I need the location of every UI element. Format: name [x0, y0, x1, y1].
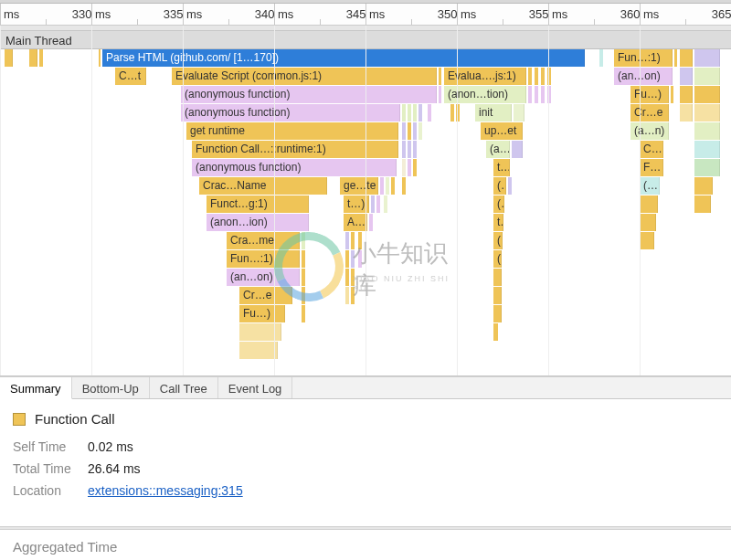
flame-bar[interactable] — [408, 104, 411, 122]
flame-bar[interactable] — [413, 141, 417, 158]
flame-bar[interactable] — [674, 49, 677, 67]
flame-bar[interactable] — [402, 159, 406, 176]
flame-bar[interactable]: Crac…Name — [199, 177, 327, 195]
flame-bar[interactable] — [439, 68, 441, 85]
flame-bar[interactable]: Evaluate Script (common.js:1) — [172, 68, 437, 85]
tab-call-tree[interactable]: Call Tree — [150, 377, 218, 398]
flame-bar[interactable] — [418, 122, 422, 140]
flame-bar[interactable]: init — [475, 104, 512, 122]
flame-bar[interactable] — [680, 86, 693, 103]
flame-bar[interactable] — [680, 68, 693, 85]
flame-bar[interactable] — [351, 250, 355, 268]
flame-bar[interactable] — [5, 49, 13, 67]
flame-bar[interactable] — [640, 232, 654, 249]
flame-bar[interactable] — [39, 49, 43, 67]
flame-bar[interactable] — [528, 68, 532, 85]
flame-bar[interactable] — [376, 195, 380, 213]
flame-bar[interactable]: Cr…e — [239, 287, 292, 304]
flame-bar[interactable]: (… — [493, 195, 504, 213]
location-link[interactable]: extensions::messaging:315 — [88, 483, 243, 498]
flame-bar[interactable]: C… — [640, 141, 663, 158]
flame-bar[interactable] — [402, 122, 406, 140]
flame-bar[interactable] — [428, 104, 431, 122]
flame-bar[interactable] — [408, 141, 411, 158]
flame-bar[interactable] — [302, 250, 305, 268]
flame-bar[interactable] — [239, 323, 281, 341]
flame-bar[interactable] — [302, 305, 305, 322]
flame-bar[interactable]: Fun…:1) — [614, 49, 673, 67]
flame-bar[interactable] — [351, 232, 355, 249]
flame-bar[interactable]: t… — [493, 159, 510, 176]
flame-bar[interactable] — [599, 49, 603, 67]
flame-bar[interactable]: (… — [493, 232, 503, 249]
flame-bar[interactable]: (… — [640, 177, 660, 195]
flame-bar[interactable] — [239, 342, 278, 359]
flame-bar[interactable] — [402, 104, 406, 122]
timeline-ruler[interactable]: 325 ms330 ms335 ms340 ms345 ms350 ms355 … — [0, 4, 731, 26]
tab-summary[interactable]: Summary — [0, 377, 72, 399]
flame-bar[interactable] — [512, 141, 523, 158]
flame-bar[interactable] — [302, 232, 305, 249]
flame-bar[interactable]: Fun…:1) — [227, 250, 300, 268]
flame-bar[interactable] — [671, 86, 673, 103]
flame-bar[interactable] — [640, 214, 656, 231]
flame-bar[interactable] — [413, 104, 417, 122]
flame-bar[interactable]: (anonymous function) — [181, 86, 437, 103]
flame-bar[interactable] — [302, 287, 305, 304]
flame-bar[interactable] — [694, 104, 720, 122]
flame-bar[interactable]: (a…) — [486, 141, 510, 158]
flame-bar[interactable]: (an…on) — [614, 68, 673, 85]
flame-bar[interactable] — [391, 177, 395, 195]
flame-bar[interactable] — [680, 104, 693, 122]
flame-bar[interactable] — [402, 177, 406, 195]
flame-bar[interactable] — [694, 122, 720, 140]
flame-bar[interactable] — [450, 104, 454, 122]
flame-bar[interactable] — [99, 49, 101, 67]
flame-bar[interactable]: (… — [493, 177, 506, 195]
flame-bar[interactable] — [514, 104, 524, 122]
flame-bar[interactable] — [29, 49, 37, 67]
flame-bar[interactable] — [345, 232, 349, 249]
flame-bar[interactable]: get runtime — [186, 122, 398, 140]
flame-bar[interactable] — [528, 86, 532, 103]
flame-bar[interactable] — [345, 269, 349, 286]
flame-bar[interactable] — [508, 177, 512, 195]
flame-bar[interactable] — [541, 86, 545, 103]
flame-bar[interactable] — [535, 86, 538, 103]
flame-bar[interactable] — [541, 68, 545, 85]
flame-bar[interactable] — [694, 159, 720, 176]
flame-bar[interactable] — [694, 49, 720, 67]
flame-bar[interactable] — [358, 232, 362, 249]
flame-bar[interactable] — [408, 122, 411, 140]
flame-bar[interactable]: ge…te — [340, 177, 378, 195]
flame-bar[interactable] — [418, 104, 422, 122]
flame-bar[interactable]: Cra…me — [227, 232, 300, 249]
flame-bar[interactable] — [493, 323, 498, 341]
flame-bar[interactable] — [380, 177, 384, 195]
flame-bar[interactable] — [371, 195, 375, 213]
flame-bar[interactable] — [369, 214, 373, 231]
flame-bar[interactable] — [694, 141, 720, 158]
flame-bar[interactable]: Parse HTML (github.com/ [1…170]) — [102, 49, 585, 67]
flame-bar[interactable] — [345, 287, 349, 304]
flame-bar[interactable]: up…et — [481, 122, 523, 140]
flame-bar[interactable]: Fu…) — [630, 86, 669, 103]
flame-bar[interactable]: (a…n) — [630, 122, 669, 140]
flame-bar[interactable]: F… — [640, 159, 663, 176]
flame-bar[interactable]: C…t — [115, 68, 146, 85]
flame-bar[interactable] — [413, 159, 417, 176]
flame-bar[interactable]: Cr…e — [630, 104, 669, 122]
flame-bar[interactable]: t… — [493, 214, 503, 231]
flame-bar[interactable]: (… — [493, 250, 502, 268]
flame-bar[interactable] — [640, 195, 658, 213]
flame-bar[interactable] — [358, 250, 362, 268]
flame-bar[interactable] — [408, 159, 411, 176]
flame-bar[interactable] — [694, 68, 720, 85]
flame-bar[interactable] — [402, 141, 406, 158]
flame-bar[interactable] — [302, 269, 305, 286]
flame-bar[interactable] — [680, 49, 693, 67]
flame-bar[interactable] — [493, 305, 502, 322]
flame-bar[interactable]: Function Call…::runtime:1) — [192, 141, 398, 158]
flame-bar[interactable] — [439, 86, 441, 103]
flame-bar[interactable]: Fu…) — [239, 305, 285, 322]
